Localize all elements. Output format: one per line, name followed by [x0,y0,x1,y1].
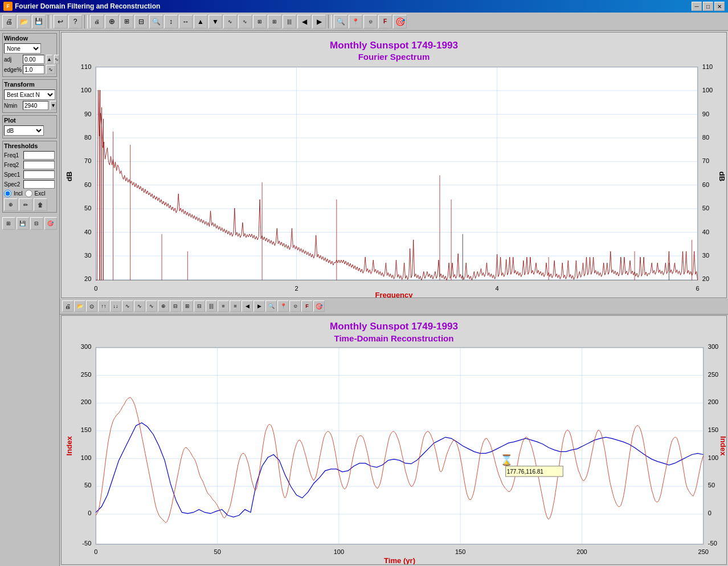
window-select[interactable]: None Hanning Hamming [4,43,41,54]
main-layout: Window None Hanning Hamming adj ▲ ∿ edge… [0,31,728,566]
bt-color[interactable]: 🎯 [313,300,325,312]
find-button[interactable]: 🔍 [334,15,347,28]
bt-print[interactable]: 🖨 [62,300,73,312]
threshold-delete-button[interactable]: 🗑 [34,198,47,211]
svg-text:50: 50 [214,548,220,555]
wave1-button[interactable]: ∿ [223,15,237,28]
top-chart-title2: Fourier Spectrum [358,52,430,62]
bt-wave1[interactable]: ∿ [122,300,133,312]
adj-wave-button[interactable]: ∿ [54,55,59,64]
svg-text:100: 100 [334,548,344,555]
close-button[interactable]: ✕ [714,2,725,11]
edge-input[interactable] [23,65,44,74]
print-button[interactable]: 🖨 [2,15,16,28]
adj-up-button[interactable]: ▲ [46,55,52,64]
bt-zoomout[interactable]: ⊟ [194,300,205,312]
freq2-input[interactable] [23,161,55,169]
bottom-btn-4[interactable]: 🎯 [44,217,58,230]
spec1-label: Spec1 [4,172,22,178]
bottom-btn-1[interactable]: ⊞ [2,217,15,230]
svg-text:4: 4 [496,285,499,292]
bt-arr3[interactable]: ▶ [253,300,265,312]
maximize-button[interactable]: □ [703,2,713,11]
color-button[interactable]: 🎯 [393,15,407,28]
bt-find[interactable]: 🔍 [265,300,277,312]
pin-button[interactable]: 📍 [349,15,362,28]
window-select-row: None Hanning Hamming [4,43,55,54]
svg-text:70: 70 [84,157,91,164]
plot-select[interactable]: dB Linear Power [4,125,44,136]
print2-button[interactable]: 🖨 [90,15,104,28]
excl-label: Excl [35,190,46,197]
zoom-out-button[interactable]: ⊟ [134,15,148,28]
bt-wave3[interactable]: ∿ [146,300,157,312]
nmin-input[interactable] [23,101,48,110]
bt-sub[interactable]: ⊟ [170,300,181,312]
f-button[interactable]: F [378,15,392,28]
svg-text:20: 20 [84,275,91,282]
help-button[interactable]: ? [68,15,82,28]
threshold-edit-button[interactable]: ✏ [19,198,32,211]
horiz-zoom-button[interactable]: ↔ [179,15,193,28]
bt-down[interactable]: ↓↓ [110,300,121,312]
bt-up[interactable]: ↑↑ [98,300,109,312]
threshold-add-button[interactable]: ⊕ [4,198,18,211]
special1-button[interactable]: ⎊ [363,15,377,28]
svg-text:200: 200 [576,548,587,555]
spec2-input[interactable] [23,180,55,189]
zoom-in-button[interactable]: ⊞ [120,15,133,28]
bottom-btn-2[interactable]: 💾 [17,217,30,230]
bt-spec[interactable]: ⎊ [289,300,301,312]
bt-add[interactable]: ⊕ [158,300,169,312]
svg-text:60: 60 [702,181,709,188]
svg-text:50: 50 [708,482,715,488]
svg-rect-57 [96,348,703,544]
adj-label: adj [4,56,21,63]
magnify-button[interactable]: 🔍 [149,15,163,28]
arrow-left-button[interactable]: ◀ [297,15,311,28]
bt-loc[interactable]: 📍 [277,300,289,312]
transform-group-title: Transform [4,81,55,88]
edge-btn[interactable]: ∿ [46,65,55,74]
svg-text:90: 90 [84,110,91,117]
title-bar-buttons[interactable]: ─ □ ✕ [692,2,725,11]
bt-circle[interactable]: ⊙ [86,300,97,312]
bt-arr2[interactable]: ◀ [242,300,253,312]
grid1-button[interactable]: ⊞ [253,15,267,28]
arrow-right-button[interactable]: ▶ [312,15,326,28]
open-button[interactable]: 📂 [17,15,31,28]
bottom-x-label: Time (yr) [384,556,415,564]
adj-input[interactable] [23,55,44,64]
grid2-button[interactable]: ⊞ [268,15,281,28]
spec1-input[interactable] [23,170,55,179]
bt-open[interactable]: 📂 [74,300,85,312]
nmin-btn[interactable]: ▼ [50,101,56,110]
svg-text:110: 110 [702,63,713,70]
wave2-button[interactable]: ∿ [238,15,252,28]
bar-button[interactable]: ||| [283,15,296,28]
crosshair-button[interactable]: ⊕ [105,15,118,28]
svg-text:2: 2 [295,285,298,292]
bt-wave2[interactable]: ∿ [134,300,145,312]
bt-zoom[interactable]: ⊞ [182,300,193,312]
freq2-row: Freq2 [4,161,55,169]
up-button[interactable]: ▲ [194,15,207,28]
incl-radio[interactable] [4,190,11,197]
save-button[interactable]: 💾 [32,15,46,28]
svg-text:30: 30 [702,252,709,259]
transform-select[interactable]: Best Exact N DFT FFT [4,89,55,100]
excl-radio[interactable] [25,190,32,197]
freq1-input[interactable] [23,151,55,160]
bt-f[interactable]: F [301,300,313,312]
bt-arr1[interactable]: ≡ [230,300,241,312]
undo-button[interactable]: ↩ [54,15,67,28]
vert-zoom-button[interactable]: ↕ [164,15,178,28]
down-button[interactable]: ▼ [208,15,222,28]
bottom-y-right-label: Index [719,436,726,456]
minimize-button[interactable]: ─ [692,2,702,11]
freq2-label: Freq2 [4,162,22,168]
bottom-btn-3[interactable]: ⊟ [30,217,43,230]
bt-bar2[interactable]: ≡ [218,300,229,312]
bt-bar1[interactable]: ||| [206,300,217,312]
nmin-label: Nmin [4,103,21,109]
